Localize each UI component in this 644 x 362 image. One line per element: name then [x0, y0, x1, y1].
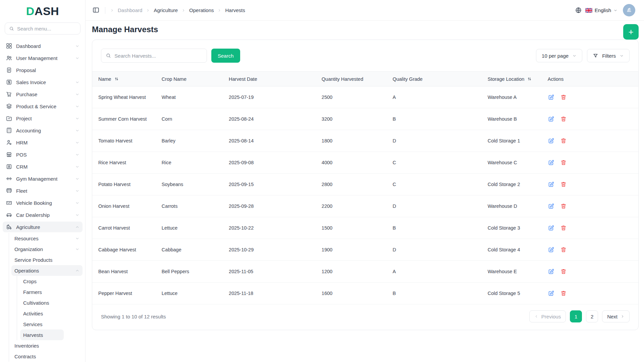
cell-quantity-harvested: 1800 — [316, 130, 387, 152]
edit-button[interactable] — [548, 159, 554, 166]
previous-label: Previous — [541, 314, 561, 319]
table-row-rice-harvest: Rice Harvest Rice 2025-09-08 4000 C Ware… — [92, 152, 638, 174]
filters-button[interactable]: Filters — [587, 49, 630, 62]
cell-harvest-date: 2025-09-15 — [223, 174, 316, 195]
edit-button[interactable] — [548, 116, 554, 122]
page-button-1[interactable]: 1 — [570, 310, 582, 322]
cell-crop-name: Rice — [156, 152, 223, 174]
add-harvest-button[interactable]: + — [623, 24, 639, 40]
sidebar-search-input[interactable] — [17, 26, 76, 32]
sidebar-toggle-button[interactable] — [92, 6, 100, 14]
sidebar-item-hrm[interactable]: HRM — [0, 136, 85, 148]
edit-button[interactable] — [548, 225, 554, 231]
delete-button[interactable] — [560, 246, 567, 253]
chevron-right-icon — [146, 8, 150, 12]
sidebar-item-activities[interactable]: Activities — [0, 308, 85, 319]
sidebar-item-inventories[interactable]: Inventories — [0, 340, 85, 351]
cell-harvest-date: 2025-08-14 — [223, 130, 316, 152]
sidebar-item-inner: HRM — [3, 137, 83, 148]
breadcrumb-dashboard[interactable]: Dashboard — [110, 7, 142, 13]
sidebar-item-inner: Contracts — [11, 351, 83, 362]
sidebar-item-agriculture[interactable]: Agriculture — [0, 221, 85, 233]
sidebar-item-inner: Proposal — [3, 65, 83, 75]
edit-button[interactable] — [548, 181, 554, 188]
sidebar-item-inner: Product & Service — [3, 101, 83, 112]
sidebar-item-label: Vehicle Booking — [16, 200, 52, 206]
cart-icon — [6, 91, 12, 98]
chevron-right-icon — [181, 8, 185, 12]
globe-icon[interactable] — [575, 7, 582, 14]
sidebar-item-harvests[interactable]: Harvests — [0, 329, 85, 340]
breadcrumb-operations[interactable]: Operations — [181, 7, 214, 13]
sidebar-item-crops[interactable]: Crops — [0, 276, 85, 287]
sidebar-item-crm[interactable]: CRM — [0, 161, 85, 173]
edit-icon — [548, 225, 554, 231]
sidebar-item-accounting[interactable]: Accounting — [0, 124, 85, 136]
next-page-button[interactable]: Next — [602, 310, 630, 322]
delete-button[interactable] — [560, 94, 567, 101]
chevron-down-icon — [613, 8, 618, 12]
column-header-storage-location[interactable]: Storage Location — [482, 72, 542, 86]
sidebar-item-contracts[interactable]: Contracts — [0, 351, 85, 362]
delete-button[interactable] — [560, 290, 567, 297]
cell-actions — [542, 283, 638, 304]
search-button[interactable]: Search — [211, 49, 240, 63]
edit-button[interactable] — [548, 268, 554, 275]
sidebar-item-inner: Activities — [20, 308, 64, 319]
sidebar-item-project[interactable]: Project — [0, 112, 85, 124]
cell-actions — [542, 239, 638, 261]
sidebar-item-service-products[interactable]: Service Products — [0, 254, 85, 265]
delete-button[interactable] — [560, 159, 567, 166]
sidebar-item-proposal[interactable]: Proposal — [0, 64, 85, 76]
edit-button[interactable] — [548, 246, 554, 253]
cell-crop-name: Carrots — [156, 195, 223, 217]
sidebar-item-purchase[interactable]: Purchase — [0, 88, 85, 100]
delete-button[interactable] — [560, 181, 567, 188]
column-header-name[interactable]: Name — [92, 72, 156, 86]
edit-button[interactable] — [548, 290, 554, 297]
sidebar-item-operations[interactable]: Operations — [0, 265, 85, 276]
sidebar-item-product-service[interactable]: Product & Service — [0, 100, 85, 112]
table-row-summer-corn-harvest: Summer Corn Harvest Corn 2025-08-24 3200… — [92, 108, 638, 130]
app-logo[interactable]: DASH — [0, 5, 85, 18]
delete-button[interactable] — [560, 203, 567, 209]
per-page-select[interactable]: 10 per page — [536, 49, 582, 62]
table-row-pepper-harvest: Pepper Harvest Lettuce 2025-11-18 1600 B… — [92, 283, 638, 304]
page-title: Manage Harvests — [92, 25, 158, 34]
delete-button[interactable] — [560, 268, 567, 275]
sidebar-item-farmers[interactable]: Farmers — [0, 287, 85, 297]
harvest-search-input[interactable] — [114, 53, 202, 59]
breadcrumb-agriculture[interactable]: Agriculture — [146, 7, 178, 13]
sidebar-item-gym-management[interactable]: Gym Management — [0, 173, 85, 185]
delete-button[interactable] — [560, 137, 567, 144]
sidebar-item-inner: Project — [3, 113, 83, 124]
edit-button[interactable] — [548, 203, 554, 209]
language-selector[interactable]: English — [585, 7, 618, 13]
trash-icon — [560, 246, 567, 253]
user-avatar[interactable] — [623, 4, 635, 16]
page-button-2[interactable]: 2 — [586, 310, 598, 322]
edit-button[interactable] — [548, 94, 554, 101]
edit-button[interactable] — [548, 137, 554, 144]
sidebar-item-pos[interactable]: POS — [0, 148, 85, 161]
delete-button[interactable] — [560, 225, 567, 231]
sidebar-item-vehicle-booking[interactable]: Vehicle Booking — [0, 197, 85, 209]
sidebar-item-resources[interactable]: Resources — [0, 233, 85, 244]
sidebar-item-label: Activities — [23, 311, 43, 316]
sidebar-item-inner: Fleet — [3, 185, 83, 196]
sidebar-item-sales-invoice[interactable]: Sales Invoice — [0, 76, 85, 88]
sidebar-item-user-management[interactable]: User Management — [0, 52, 85, 64]
sidebar-item-cultivations[interactable]: Cultivations — [0, 297, 85, 308]
sidebar-item-label: CRM — [16, 164, 28, 170]
breadcrumb-harvests[interactable]: Harvests — [217, 7, 245, 13]
previous-page-button[interactable]: Previous — [529, 310, 566, 322]
cell-crop-name: Lettuce — [156, 217, 223, 239]
sidebar-item-dashboard[interactable]: Dashboard — [0, 40, 85, 52]
folder-icon — [6, 115, 12, 122]
sidebar-item-fleet[interactable]: Fleet — [0, 185, 85, 197]
dumbbell-icon — [6, 175, 12, 182]
sidebar-item-organization[interactable]: Organization — [0, 244, 85, 254]
delete-button[interactable] — [560, 116, 567, 122]
sidebar-item-services[interactable]: Services — [0, 319, 85, 329]
sidebar-item-car-dealership[interactable]: Car Dealership — [0, 209, 85, 221]
